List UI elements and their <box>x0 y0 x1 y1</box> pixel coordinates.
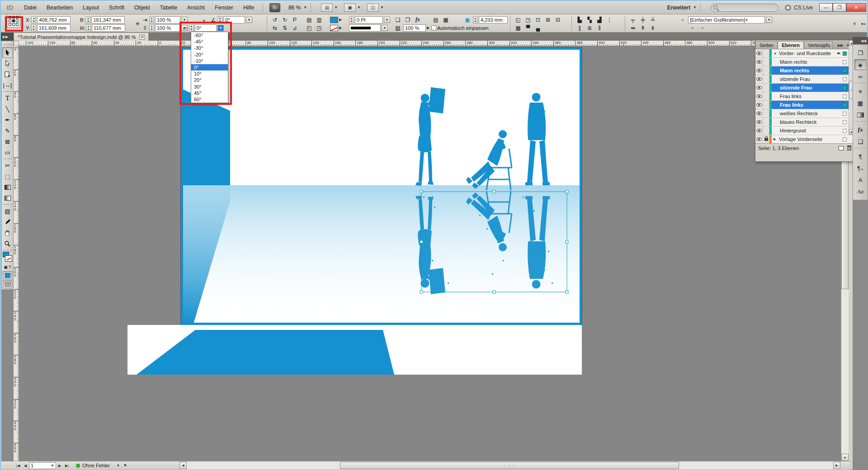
select-container-icon[interactable]: ▤ <box>305 16 314 24</box>
menu-schrift[interactable]: Schrift <box>104 5 129 11</box>
preflight-menu-arrow[interactable]: ▼ <box>114 462 122 469</box>
chevron-down-icon[interactable]: ▼ <box>382 25 388 31</box>
stroke-weight-stepper[interactable]: ▲ ▼ <box>349 16 354 24</box>
layer-selection-square[interactable] <box>843 129 847 133</box>
layer-lock-cell[interactable] <box>763 109 769 118</box>
break-link-style-icon[interactable]: ▫ <box>698 24 707 32</box>
select-content-icon[interactable]: ▥ <box>315 16 324 24</box>
object-style-dropdown[interactable]: [Einfacher Grafikrahmen]+ <box>688 16 765 24</box>
layer-name[interactable]: sitzende Frau <box>780 76 810 82</box>
search-input[interactable] <box>711 4 778 12</box>
fit-frame-to-content-icon[interactable]: ◳ <box>524 16 533 24</box>
opacity-field[interactable]: 100 % <box>403 24 426 32</box>
fit-option-icon[interactable]: ▀ <box>524 24 533 32</box>
reference-point-grid[interactable] <box>7 14 20 28</box>
character-styles-panel-icon[interactable]: Aa <box>854 186 866 197</box>
page-number-field[interactable]: 1 ▼ <box>29 462 56 469</box>
no-text-wrap-icon[interactable]: ▤ <box>431 16 440 24</box>
chevron-down-icon[interactable]: ▼ <box>384 17 390 23</box>
layer-row[interactable]: sitzende Frau <box>755 84 854 92</box>
hand-tool[interactable] <box>2 227 13 238</box>
previous-page-button[interactable]: ◀ <box>22 462 29 469</box>
layer-selection-square[interactable] <box>843 94 847 99</box>
align-left-icon[interactable]: ▙ <box>575 16 584 24</box>
fit-content-to-frame-icon[interactable]: ◱ <box>514 16 523 24</box>
layer-selection-square[interactable] <box>843 86 847 90</box>
shear-angle-dropdown-list[interactable]: -60°-45°-30°-20°-10°0°10°20°30°45°60° <box>191 32 228 103</box>
layer-visibility-eye-icon[interactable] <box>756 86 762 89</box>
shear-angle-option[interactable]: -20° <box>191 52 228 58</box>
last-page-button[interactable]: ▶| <box>63 462 71 469</box>
layer-selection-square[interactable] <box>843 77 847 81</box>
layer-lock-cell[interactable] <box>763 92 769 100</box>
shear-dropdown-button[interactable]: ▼ <box>217 25 224 31</box>
shear-angle-option[interactable]: 45° <box>191 90 228 96</box>
layer-selection-square[interactable] <box>843 112 847 116</box>
chevron-right-icon[interactable]: ▶ <box>339 18 342 22</box>
panel-expand-icon[interactable]: ▶▶ <box>838 43 843 47</box>
autofit-checkbox[interactable] <box>431 25 436 30</box>
constrain-dimensions-link-icon[interactable]: ✳ <box>133 20 142 28</box>
paragraph-panel-icon[interactable]: ¶ <box>854 151 866 162</box>
layer-lock-cell[interactable] <box>763 75 769 83</box>
shear-field[interactable]: 0° <box>195 24 217 32</box>
rotate-ccw-icon[interactable]: ↺ <box>270 16 279 24</box>
layer-visibility-eye-icon[interactable] <box>756 103 762 107</box>
layer-lock-cell[interactable] <box>763 118 769 126</box>
rotation-stepper[interactable]: ▲ ▼ <box>217 16 222 24</box>
menu-tabelle[interactable]: Tabelle <box>155 5 182 11</box>
distribute-icon[interactable]: ⋮ <box>605 16 614 24</box>
horizontal-scroll-handle[interactable]: ⋮⋮⋮ <box>340 462 679 469</box>
x-position-field[interactable]: 408,762 mm <box>37 16 71 24</box>
layer-lock-cell[interactable] <box>763 127 769 135</box>
restore-button[interactable]: ❐ <box>833 3 846 12</box>
minimize-button[interactable]: — <box>819 3 833 12</box>
layer-selection-square[interactable] <box>843 52 847 56</box>
object-styles-panel-icon[interactable]: ❏ <box>854 136 866 147</box>
layer-visibility-eye-icon[interactable] <box>756 129 762 132</box>
layer-visibility-eye-icon[interactable] <box>756 94 762 98</box>
tab-verknuepfungen[interactable]: Verknüpfu <box>804 41 833 49</box>
select-next-icon[interactable]: ◳ <box>315 24 324 32</box>
gradient-tool[interactable] <box>2 182 13 193</box>
layer-row[interactable]: Frau links <box>755 92 854 101</box>
cs-live-menu[interactable]: CS Live <box>785 5 813 11</box>
page-front-side[interactable] <box>181 47 582 325</box>
shear-angle-option[interactable]: -45° <box>191 38 228 45</box>
panel-menu-button[interactable]: ▾≡ <box>859 20 868 28</box>
tab-ebenen[interactable]: Ebenen <box>778 41 804 49</box>
reference-point-proxy[interactable] <box>7 17 20 24</box>
menu-hilfe[interactable]: Hilfe <box>238 5 259 11</box>
scissors-tool[interactable]: ✂ <box>2 160 13 171</box>
align-center-icon[interactable]: ▚ <box>585 16 594 24</box>
close-button[interactable]: ✕ <box>846 3 866 12</box>
center-content-icon[interactable]: ⊡ <box>533 16 542 24</box>
layers-panel-icon[interactable]: ◈ <box>854 59 866 70</box>
first-page-button[interactable]: |◀ <box>14 462 22 469</box>
align-middle-icon[interactable]: ╪ <box>638 16 647 24</box>
stroke-panel-icon[interactable]: ≡ <box>854 86 866 97</box>
note-tool[interactable]: ▤ <box>2 206 13 216</box>
space-horizontal-icon[interactable]: ⇹ <box>628 24 637 32</box>
layer-name[interactable]: Frau links <box>780 102 803 108</box>
shear-angle-option[interactable]: -10° <box>191 58 228 64</box>
layer-visibility-eye-icon[interactable] <box>756 120 762 124</box>
zoom-tool[interactable] <box>2 238 13 249</box>
layer-visibility-eye-icon[interactable] <box>756 69 762 72</box>
chevron-down-icon[interactable]: ▼ <box>181 17 188 23</box>
layer-name[interactable]: Mann rechts <box>780 68 809 73</box>
type-tool[interactable]: T <box>2 93 13 103</box>
tab-overflow-button[interactable]: ▶▶ <box>1 33 14 41</box>
pages-panel-icon[interactable]: ❐ <box>854 47 866 58</box>
screen-mode-toggle[interactable] <box>3 280 12 288</box>
height-field[interactable]: 110,677 mm <box>92 24 125 32</box>
stroke-style-dropdown[interactable] <box>349 24 381 32</box>
collapse-panels-button[interactable]: ◀◀ <box>853 37 868 44</box>
layer-name[interactable]: sitzende Frau <box>780 85 812 90</box>
layer-visibility-eye-icon[interactable] <box>756 52 762 55</box>
stroke-swatch[interactable] <box>5 256 12 261</box>
distribute-left-icon[interactable]: ∥ <box>575 24 584 32</box>
stroke-weight-field[interactable]: 0 Pt <box>355 16 383 24</box>
apply-color-button[interactable] <box>3 271 12 279</box>
fill-frame-proportionally-icon[interactable]: ⊞ <box>543 16 552 24</box>
